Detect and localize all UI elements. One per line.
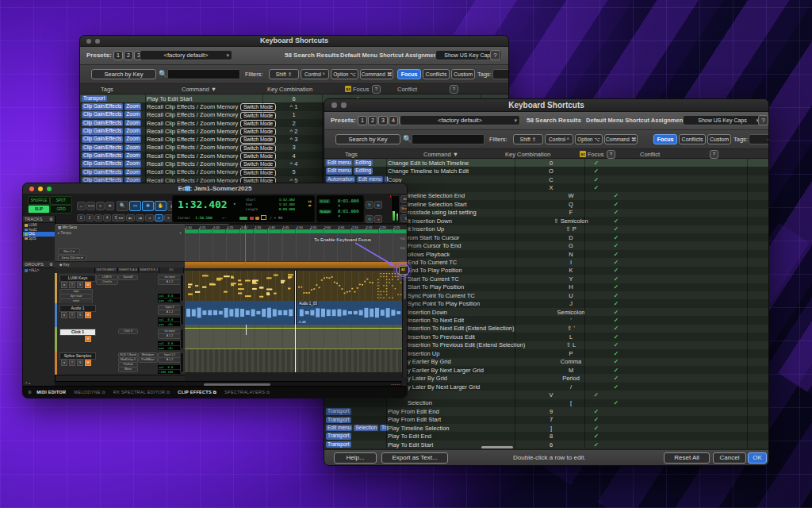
column-header-conflict[interactable]: Conflict [397, 86, 417, 93]
clip-label[interactable]: Audio 1_03 [298, 302, 318, 306]
automation-line[interactable] [185, 328, 407, 329]
insert-slot[interactable]: ProMBitys [138, 357, 158, 363]
transport-loop-button[interactable]: ↻ [366, 201, 373, 209]
nav-tool-icon[interactable]: ⇉ [145, 214, 154, 221]
column-header-focus[interactable]: Focus [588, 151, 603, 158]
grid-nudge-value[interactable]: 0:01.000 ▾ [338, 209, 363, 218]
filter-option-button[interactable]: Option ⌥ [331, 69, 358, 79]
nav-tool-icon[interactable]: ◄► [117, 214, 125, 221]
track-header-click-1[interactable]: Click 1MClick IIno inputA 1-2vol 0.0pan … [55, 327, 185, 352]
assignments-dropdown[interactable]: Show US Key Caps [683, 115, 762, 125]
custom-filter-button[interactable]: Custom [707, 134, 731, 144]
conflict-help-icon[interactable]: ? [450, 85, 458, 94]
cancel-button[interactable]: Cancel [713, 452, 746, 464]
titlebar[interactable]: Edit: Jam1-Sommer2025 [23, 183, 407, 194]
shortcut-row[interactable]: TransportPlay From Edit End9✓ [324, 407, 768, 415]
editor-tab[interactable]: MELODYNE ⧉ [74, 390, 105, 395]
titlebar[interactable]: Keyboard Shortcuts [80, 36, 508, 47]
gear-icon[interactable]: ⚙ [28, 390, 32, 394]
editor-tab[interactable]: MIDI EDITOR [36, 390, 66, 395]
filter-control-button[interactable]: Control ^ [545, 134, 573, 144]
gear-icon[interactable]: ⚙ [49, 262, 53, 267]
editor-tab[interactable]: CLIP EFFECTS ⧉ [178, 390, 216, 395]
column-header-tags[interactable]: Tags [101, 86, 113, 93]
pro-tools-edit-window[interactable]: Edit: Jam1-Sommer2025 SHUFFLESPOTSLIPGRI… [22, 183, 408, 398]
nav-tool-icon[interactable]: ⇄ [155, 214, 163, 221]
side-chip-q[interactable]: Q [400, 214, 408, 222]
grid-nudge-label[interactable]: Nudge [319, 210, 331, 214]
ruler-name[interactable]: ▦ Min:Secs [55, 225, 185, 229]
tags-dropdown[interactable]: <All> [749, 134, 769, 144]
insert-slot[interactable]: Click II [118, 329, 138, 334]
chevron-down-icon[interactable]: ▾ [233, 201, 236, 206]
track-control-button[interactable]: S [77, 360, 83, 366]
shortcut-row[interactable]: Selection[✓ [324, 399, 768, 407]
preset-dropdown[interactable]: <factory default> [400, 115, 520, 125]
horizontal-scrollbar[interactable] [481, 446, 513, 448]
track-record-button[interactable]: M [85, 360, 91, 366]
shortcut-row[interactable]: TransportPlay To Edit End8✓ [324, 432, 768, 440]
rail-footer-icons[interactable]: ≡ ▴ [25, 381, 30, 385]
track-record-button[interactable]: M [85, 312, 91, 318]
column-header-key-combination[interactable]: Key Combination [505, 151, 550, 158]
focus-filter-button[interactable]: Focus [397, 69, 421, 79]
tempo-ruler-name[interactable]: ▸ Tempo + [55, 231, 185, 235]
preset-button-2[interactable]: 2 [124, 51, 133, 60]
instrument-slot[interactable]: Chrd In [96, 279, 118, 285]
filter-command-button[interactable]: Command ⌘ [360, 69, 393, 79]
preset-button-1[interactable]: 1 [113, 51, 123, 60]
mode-button-grid[interactable]: GRID [50, 205, 72, 214]
side-chip-grid[interactable]: Grid [400, 195, 408, 203]
shortcut-row[interactable]: Edit menuSelectionTransportPlay Timeline… [324, 424, 768, 432]
keyboard-focus-button[interactable]: az [399, 266, 408, 275]
column-header-conflict[interactable]: Conflict [640, 151, 660, 158]
mode-button-slip[interactable]: SLIP [28, 205, 50, 214]
tempo-lane[interactable]: 700 500 [185, 233, 407, 261]
track-control-button[interactable]: S [77, 282, 83, 288]
conflicts-filter-button[interactable]: Conflicts [423, 69, 450, 79]
column-header-command[interactable]: Command ▼ [182, 86, 216, 93]
ok-button[interactable]: OK [748, 452, 767, 464]
search-input[interactable] [412, 134, 485, 144]
reset-all-button[interactable]: Reset All [664, 452, 710, 464]
track-header-splice-samples[interactable]: Splice Samples●TSMEQ3 7-BandModDelay IIP… [55, 351, 185, 375]
conflict-help-icon[interactable]: ? [710, 150, 718, 159]
preset-button-2[interactable]: 2 [368, 116, 377, 125]
track-header-lumi-keys[interactable]: LUMI Keys●TSMclipsdyn readnoneLUMI KChrd… [55, 273, 185, 304]
tempo-res-field[interactable]: Res 1 ▾ [58, 248, 80, 255]
transport-stop-button[interactable]: ■ [374, 201, 382, 209]
preset-button-3[interactable]: 3 [378, 116, 388, 125]
zoom-preset-4[interactable]: 4 [103, 214, 111, 221]
track-control-button[interactable]: S [77, 312, 83, 318]
track-header-audio-1[interactable]: Audio 1●TSMInput 2A 1-2vol 0.0pan >0< [55, 303, 185, 328]
track-control-button[interactable]: ● [61, 282, 67, 288]
grid-nudge-value[interactable]: 0:01.000 ▾ [338, 198, 363, 208]
filter-shift-button[interactable]: Shift ⇧ [513, 134, 543, 144]
side-chip-strengt[interactable]: Strengt [400, 205, 408, 213]
help-button[interactable]: Help... [334, 452, 377, 464]
click-track-lane[interactable] [185, 325, 407, 348]
midi-clip-lane[interactable] [185, 271, 407, 301]
preset-button-1[interactable]: 1 [358, 116, 367, 125]
grid-nudge-label[interactable]: Grid [319, 199, 330, 203]
focus-help-icon[interactable]: ? [607, 150, 615, 159]
track-name[interactable]: LUMI Keys [59, 275, 96, 282]
tags-dropdown[interactable]: <All> [492, 69, 509, 79]
audio-clip-lane[interactable]: Audio 1_03 -5 dB [185, 301, 407, 325]
shortcut-row[interactable]: Edit menuEditingChange Edit to Match Tim… [324, 159, 768, 167]
vertical-scrollbar[interactable] [402, 271, 407, 377]
io-slot[interactable]: A 1-2 [158, 333, 182, 339]
tempo-dens-field[interactable]: Dens 250 ms ▾ [58, 255, 86, 261]
filter-option-button[interactable]: Option ⌥ [575, 134, 603, 144]
export-as-text-button[interactable]: Export as Text... [381, 452, 448, 464]
search-by-key-button[interactable]: Search by Key [91, 69, 156, 79]
playhead-marker[interactable] [245, 225, 246, 267]
group-item[interactable]: <ALL> [23, 268, 55, 273]
io-slot[interactable]: A 1-2 [158, 357, 182, 363]
nav-tool-icon[interactable]: |◀ [136, 214, 144, 221]
track-name[interactable]: Click 1 [59, 329, 96, 336]
preset-dropdown[interactable]: <factory default> [140, 50, 232, 60]
track-control-button[interactable]: T [69, 360, 75, 366]
insert-slot[interactable]: Xpand2 [118, 275, 138, 280]
conflicts-filter-button[interactable]: Conflicts [679, 134, 706, 144]
